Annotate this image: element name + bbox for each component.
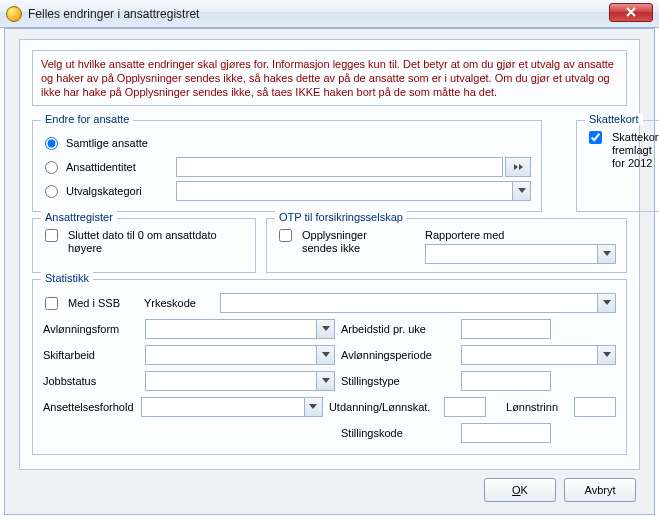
chevron-down-icon (322, 352, 330, 358)
ansettelsesforhold-combo[interactable] (141, 397, 323, 417)
info-box: Velg ut hvilke ansatte endringer skal gj… (32, 50, 627, 106)
client-area: Velg ut hvilke ansatte endringer skal gj… (4, 28, 655, 515)
checkbox-skattekort-label: Skattekort fremlagt for 2012 (612, 131, 659, 170)
arbeidstid-input[interactable] (461, 319, 551, 339)
chevron-down-icon (309, 404, 317, 410)
arbeidstid-label: Arbeidstid pr. uke (341, 323, 455, 335)
ok-button[interactable]: OK (484, 478, 556, 502)
chevron-down-icon (322, 378, 330, 384)
ansettelsesforhold-label: Ansettelsesforhold (43, 401, 135, 413)
utvalgskategori-dropdown-button[interactable] (512, 182, 530, 200)
group-legend: Endre for ansatte (41, 113, 133, 125)
group-legend: Statistikk (41, 272, 93, 284)
checkbox-med-i-ssb[interactable] (45, 297, 58, 310)
rapportere-label: Rapportere med (425, 229, 616, 241)
utvalgskategori-value (177, 182, 512, 200)
chevron-down-icon (518, 188, 526, 194)
stillingstype-input[interactable] (461, 371, 551, 391)
stillingstype-label: Stillingstype (341, 375, 455, 387)
yrkeskode-combo[interactable] (220, 293, 616, 313)
skiftarbeid-combo[interactable] (145, 345, 335, 365)
rapportere-combo[interactable] (425, 244, 616, 264)
ansettelsesforhold-dropdown-button[interactable] (304, 398, 322, 416)
close-icon (625, 6, 637, 18)
radio-utvalgskategori[interactable] (45, 185, 58, 198)
utvalgskategori-combo[interactable] (176, 181, 531, 201)
lonnstrinn-label: Lønnstrinn (506, 401, 558, 413)
group-statistikk: Statistikk Med i SSB Yrkeskode Avlønning… (32, 279, 627, 455)
checkbox-sluttet-dato[interactable] (45, 229, 58, 242)
group-legend: OTP til forsikringsselskap (275, 211, 407, 223)
group-skattekort: Skattekort Skattekort fremlagt for 2012 (576, 120, 659, 212)
cancel-button[interactable]: Avbryt (564, 478, 636, 502)
radio-utvalgskategori-label: Utvalgskategori (66, 185, 176, 197)
jobbstatus-combo[interactable] (145, 371, 335, 391)
radio-samtlige-label: Samtlige ansatte (66, 137, 176, 149)
yrkeskode-value (221, 294, 597, 312)
chevron-right-icon (512, 163, 524, 171)
checkbox-med-i-ssb-label: Med i SSB (68, 297, 138, 309)
rapportere-value (426, 245, 597, 263)
app-icon (6, 6, 22, 22)
checkbox-opplysninger-sendes-ikke[interactable] (279, 229, 292, 242)
utdanning-input[interactable] (444, 397, 486, 417)
jobbstatus-label: Jobbstatus (43, 375, 139, 387)
stillingskode-label: Stillingskode (341, 427, 455, 439)
stillingskode-input[interactable] (461, 423, 551, 443)
skiftarbeid-label: Skiftarbeid (43, 349, 139, 361)
utdanning-label: Utdanning/Lønnskat. (329, 401, 438, 413)
button-row: OK Avbryt (484, 478, 636, 502)
inner-panel: Velg ut hvilke ansatte endringer skal gj… (19, 39, 640, 470)
avlonningsform-dropdown-button[interactable] (316, 320, 334, 338)
window-title: Felles endringer i ansattregistret (28, 7, 199, 21)
chevron-down-icon (322, 326, 330, 332)
yrkeskode-dropdown-button[interactable] (597, 294, 615, 312)
chevron-down-icon (603, 352, 611, 358)
radio-samtlige[interactable] (45, 137, 58, 150)
avlonningsform-label: Avlønningsform (43, 323, 139, 335)
rapportere-dropdown-button[interactable] (597, 245, 615, 263)
avlonningsperiode-dropdown-button[interactable] (597, 346, 615, 364)
ansattidentitet-input[interactable] (176, 157, 503, 177)
lonnstrinn-input[interactable] (574, 397, 616, 417)
close-button[interactable] (609, 3, 653, 22)
avlonningsform-combo[interactable] (145, 319, 335, 339)
radio-ansattidentitet[interactable] (45, 161, 58, 174)
checkbox-opplysninger-label: Opplysninger sendes ikke (302, 229, 392, 255)
group-legend: Ansattregister (41, 211, 117, 223)
jobbstatus-dropdown-button[interactable] (316, 372, 334, 390)
ansattidentitet-browse-button[interactable] (505, 157, 531, 177)
chevron-down-icon (603, 300, 611, 306)
avlonningsperiode-label: Avlønningsperiode (341, 349, 455, 361)
checkbox-sluttet-dato-label: Sluttet dato til 0 om ansattdato høyere (68, 229, 245, 255)
group-ansattregister: Ansattregister Sluttet dato til 0 om ans… (32, 218, 256, 273)
radio-ansattidentitet-label: Ansattidentitet (66, 161, 176, 173)
yrkeskode-label: Yrkeskode (144, 297, 214, 309)
titlebar: Felles endringer i ansattregistret (0, 0, 659, 28)
chevron-down-icon (603, 251, 611, 257)
group-endre-for-ansatte: Endre for ansatte Samtlige ansatte Ansat… (32, 120, 542, 212)
group-legend: Skattekort (585, 113, 643, 125)
group-otp: OTP til forsikringsselskap Opplysninger … (266, 218, 627, 273)
checkbox-skattekort-fremlagt[interactable] (589, 131, 602, 144)
avlonningsperiode-combo[interactable] (461, 345, 616, 365)
skiftarbeid-dropdown-button[interactable] (316, 346, 334, 364)
